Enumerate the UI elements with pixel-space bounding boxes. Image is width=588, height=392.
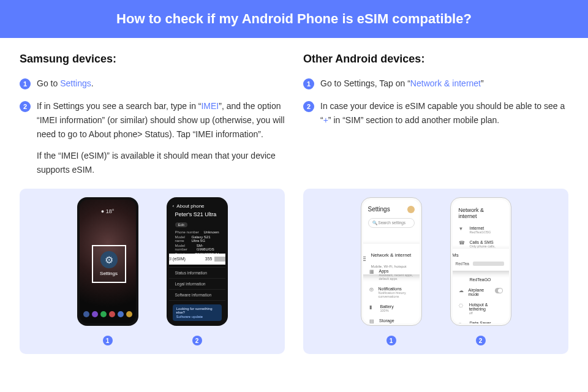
app-dock (83, 311, 132, 320)
network-row: ○Data Saveroff (453, 318, 509, 323)
step-text-extra: If the “IMEI (eSIM)” is available it sho… (37, 149, 285, 177)
sims-label: SIMs (453, 252, 509, 258)
add-sim-plus-icon: + (508, 260, 509, 267)
help-question: Looking for something else? (176, 307, 218, 314)
back-icon: ‹ (173, 203, 175, 209)
about-row: Legal information (169, 278, 225, 289)
screenshot-number-icon: 1 (103, 336, 113, 345)
sim-name: RedTea (456, 262, 469, 266)
weather-widget: ● 18° (80, 208, 136, 214)
imei-masked (214, 257, 225, 262)
network-row: ▼InternetRedTeaGO5G (453, 223, 509, 237)
network-row: ◌Hotspot & tetheringoff (453, 300, 509, 318)
step-number-icon: 1 (303, 78, 314, 89)
other-column: Other Android devices: 1 Go to Settings,… (303, 53, 568, 186)
samsung-phone-about: ‹ About phone Peter's S21 Ultra Edit Pho… (167, 197, 228, 326)
step-text: If in Settings you see a search bar, typ… (37, 101, 201, 111)
screenshot-number-icon: 2 (192, 336, 202, 345)
help-footer: Looking for something else? Software upd… (173, 304, 222, 321)
other-panel: Settings 🔍 Search settings ☰ Network & i… (303, 189, 568, 355)
settings-row: ▤Storage39% used – 78.66 GB free (363, 315, 420, 323)
toggle-icon (495, 288, 503, 293)
dock-app-icon (92, 311, 98, 317)
avatar-icon (407, 206, 415, 213)
device-name: Peter's S21 Ultra (169, 210, 225, 217)
highlight-plus: + (323, 115, 328, 125)
samsung-heading: Samsung devices: (20, 53, 285, 66)
network-internet-header: Network & internet (453, 200, 509, 223)
page-header: How to check if my Android Phone is eSIM… (0, 0, 588, 38)
about-row: Software information (169, 289, 225, 300)
step-text: Go to Settings, Tap on “ (320, 78, 410, 88)
step-text: Go to (37, 78, 60, 88)
settings-app-label: Settings (100, 271, 118, 276)
settings-row: ▮Battery100% (363, 301, 420, 315)
samsung-phone-home: ● 18° ⚙ Settings (77, 197, 138, 326)
other-heading: Other Android devices: (303, 53, 568, 66)
about-row: Status information (169, 267, 225, 278)
sims-callout: SIMs ▣ RedTea + (453, 249, 509, 271)
other-step-2: 2 In case your device is eSIM capable yo… (303, 99, 568, 127)
other-phone-network: Network & internet ▼InternetRedTeaGO5G☎C… (450, 197, 511, 326)
about-row: Model nameGalaxy S21 Ultra 5G (169, 235, 225, 243)
step-number-icon: 2 (303, 101, 314, 112)
step-text: ” in “SIM” section to add another mobile… (328, 115, 499, 125)
settings-app-highlight: ⚙ Settings (92, 245, 126, 283)
settings-row: ◎NotificationsNotification history, conv… (363, 284, 420, 301)
network-internet-label: Network & internet (371, 252, 412, 258)
sim-masked (473, 262, 504, 266)
about-row: Phone numberUnknown (169, 230, 225, 235)
dock-app-icon (100, 311, 107, 317)
network-row: RedTeaGO (453, 274, 509, 285)
about-phone-header: About phone (176, 203, 204, 209)
settings-header: Settings (368, 206, 390, 213)
dock-app-icon (126, 311, 132, 317)
dock-app-icon (83, 311, 89, 317)
dock-app-icon (109, 311, 115, 317)
screenshot-number-icon: 1 (386, 336, 396, 345)
screenshot-number-icon: 2 (476, 336, 486, 345)
help-link: Software update (176, 315, 218, 318)
network-row: ☁Airplane mode (453, 285, 509, 300)
imei-esim-callout: IMEI (eSIM) 355 (169, 254, 225, 265)
samsung-panel: ● 18° ⚙ Settings ‹ About phone Peter's (20, 189, 285, 355)
highlight-network-internet: Network & internet (410, 78, 481, 88)
other-step-1: 1 Go to Settings, Tap on “Network & inte… (303, 77, 568, 91)
step-number-icon: 2 (20, 101, 31, 112)
screenshot-panels: ● 18° ⚙ Settings ‹ About phone Peter's (0, 189, 588, 355)
edit-button: Edit (175, 222, 187, 227)
about-row: Model numberSM-G998U/DS (169, 243, 225, 252)
imei-value-prefix: 355 (205, 257, 213, 261)
samsung-step-2: 2 If in Settings you see a search bar, t… (20, 99, 285, 177)
search-settings-field: 🔍 Search settings (368, 218, 415, 228)
highlight-settings: Settings (60, 78, 91, 88)
step-text: ” (481, 78, 484, 88)
page-title: How to check if my Android Phone is eSIM… (116, 11, 472, 26)
dock-app-icon (118, 311, 124, 317)
settings-row: ▦AppsAssistant, recent apps, default app… (363, 266, 420, 284)
step-number-icon: 1 (20, 78, 31, 89)
highlight-imei: IMEI (201, 101, 219, 111)
instruction-columns: Samsung devices: 1 Go to Settings. 2 If … (0, 38, 588, 186)
imei-esim-label: IMEI (eSIM) (169, 257, 186, 262)
other-phone-settings: Settings 🔍 Search settings ☰ Network & i… (361, 197, 422, 326)
step-text: . (91, 78, 94, 88)
wifi-icon: ☰ (363, 255, 366, 262)
samsung-step-1: 1 Go to Settings. (20, 77, 285, 91)
samsung-column: Samsung devices: 1 Go to Settings. 2 If … (20, 53, 285, 186)
gear-icon: ⚙ (100, 251, 118, 268)
